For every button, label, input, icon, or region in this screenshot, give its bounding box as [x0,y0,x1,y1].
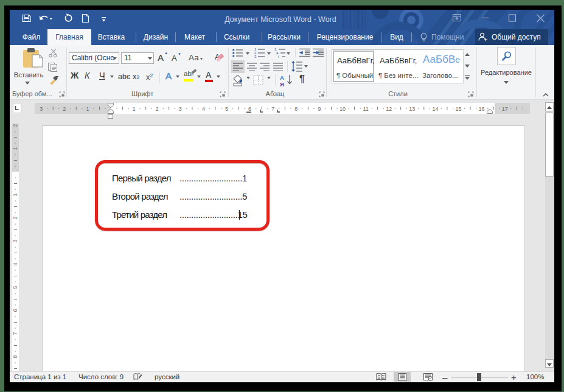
svg-text:9: 9 [318,106,321,112]
svg-text:6: 6 [248,106,251,112]
svg-text:5: 5 [12,285,18,289]
svg-text:6: 6 [12,309,18,312]
svg-text:5: 5 [225,106,228,112]
svg-text:12: 12 [386,106,392,112]
svg-text:3: 3 [179,106,182,112]
svg-text:8: 8 [294,106,298,112]
svg-text:8: 8 [12,355,18,358]
svg-text:7: 7 [271,106,274,112]
svg-text:1: 1 [12,147,18,150]
svg-text:1: 1 [133,106,136,112]
svg-text:10: 10 [339,106,346,112]
svg-text:2: 2 [12,216,18,219]
svg-text:17: 17 [502,106,508,112]
svg-text:13: 13 [409,106,415,112]
svg-text:3: 3 [12,239,18,242]
svg-text:4: 4 [202,106,205,112]
svg-text:1: 1 [86,106,89,112]
svg-text:15: 15 [455,106,461,112]
svg-text:11: 11 [363,106,368,112]
svg-text:2: 2 [12,124,18,127]
svg-text:1: 1 [12,193,18,196]
svg-text:14: 14 [432,106,438,112]
svg-text:i: i [278,55,279,58]
svg-text:4: 4 [12,262,18,265]
svg-text:2: 2 [63,106,66,112]
svg-text:3: 3 [40,106,43,112]
svg-text:16: 16 [479,106,485,112]
svg-text:7: 7 [12,332,18,335]
svg-text:2: 2 [156,106,159,112]
svg-text:3: 3 [254,55,257,58]
